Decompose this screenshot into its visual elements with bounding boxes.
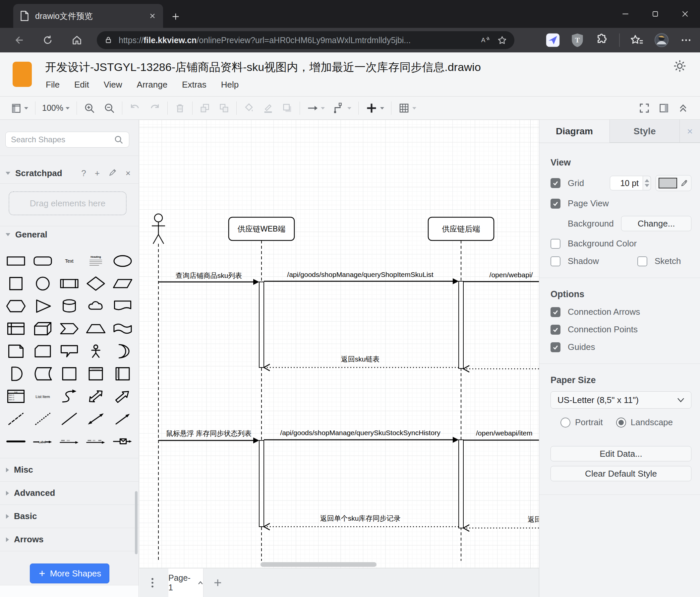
shape-curve[interactable] (56, 385, 82, 408)
shape-cylinder[interactable] (56, 295, 82, 317)
shape-mail-connector[interactable] (109, 430, 136, 453)
return-into-backend-2[interactable]: 返回 (464, 516, 539, 531)
shape-callout[interactable] (56, 340, 82, 362)
connection-arrows-checkbox[interactable] (551, 307, 560, 317)
return-sku-list[interactable]: 返回sku链表 (264, 355, 459, 371)
activation-backend-2[interactable] (459, 440, 464, 528)
shape-arrow[interactable] (109, 385, 136, 408)
scratchpad-close-icon[interactable]: × (126, 168, 131, 178)
actor-figure[interactable] (152, 214, 165, 244)
home-icon[interactable] (68, 31, 86, 49)
browser-menu-icon[interactable] (679, 33, 693, 47)
section-arrows[interactable]: Arrows (0, 528, 139, 551)
shape-cube[interactable] (29, 317, 56, 340)
shape-note[interactable] (3, 340, 29, 362)
favorite-star-icon[interactable] (497, 35, 507, 45)
shape-rounded-rectangle[interactable] (29, 250, 56, 272)
participant-web[interactable]: 供应链WEB端 (229, 217, 294, 240)
return-into-backend-1[interactable] (464, 365, 539, 372)
view-panels-button[interactable] (7, 99, 32, 117)
menu-arrange[interactable]: Arrange (137, 79, 168, 90)
grid-size-input[interactable] (610, 176, 643, 190)
paper-size-select[interactable]: US-Letter (8,5" x 11") (551, 391, 691, 409)
change-background-button[interactable]: Change... (621, 216, 691, 231)
to-front-icon[interactable] (195, 99, 215, 117)
back-icon[interactable] (9, 31, 28, 49)
shape-dotted-line[interactable] (29, 408, 56, 430)
window-maximize-button[interactable] (640, 0, 670, 28)
shape-actor[interactable] (82, 340, 109, 362)
shape-vertical-container[interactable] (82, 362, 109, 385)
shadow-icon[interactable] (278, 99, 297, 117)
shape-directional-connector[interactable] (109, 408, 136, 430)
section-misc[interactable]: Misc (0, 458, 139, 481)
extensions-puzzle-icon[interactable] (595, 33, 609, 47)
fullscreen-icon[interactable] (634, 99, 654, 117)
menu-help[interactable]: Help (221, 79, 239, 90)
pages-menu-icon[interactable] (145, 569, 160, 597)
drawing-canvas[interactable]: 供应链WEB端 供应链后端 查询店铺商品sku列表 /api/goods/sho (139, 120, 539, 568)
sidebar-scrollbar[interactable] (135, 491, 138, 554)
shape-diamond[interactable] (82, 272, 109, 295)
shape-dashed-line[interactable] (3, 408, 29, 430)
shape-text[interactable]: Text (56, 250, 82, 272)
clear-default-style-button[interactable]: Clear Default Style (551, 466, 691, 481)
sketch-checkbox[interactable] (638, 256, 647, 266)
to-back-icon[interactable] (215, 99, 234, 117)
shape-ellipse[interactable] (109, 250, 136, 272)
shape-internal-storage[interactable] (3, 317, 29, 340)
shape-square[interactable] (3, 272, 29, 295)
zoom-in-icon[interactable] (79, 99, 99, 117)
edit-data-button[interactable]: Edit Data... (551, 446, 691, 461)
scratchpad-edit-icon[interactable] (108, 168, 117, 178)
tab-style[interactable]: Style (609, 120, 679, 143)
shape-list-item[interactable]: List Item (29, 385, 56, 408)
shape-search[interactable] (5, 132, 129, 148)
message-query-sku-list[interactable]: 查询店铺商品sku列表 (158, 272, 259, 285)
redo-icon[interactable] (145, 99, 165, 117)
waypoints-button[interactable] (329, 99, 356, 117)
add-page-button[interactable] (209, 569, 226, 597)
collapse-toolbar-icon[interactable] (674, 99, 693, 117)
shape-and[interactable] (3, 362, 29, 385)
grid-color-button[interactable] (656, 175, 691, 191)
shape-document[interactable] (109, 295, 136, 317)
menu-file[interactable]: File (46, 79, 60, 90)
shape-cloud[interactable] (82, 295, 109, 317)
tab-diagram[interactable]: Diagram (539, 120, 609, 143)
connection-style-button[interactable] (303, 99, 329, 117)
scratchpad-add-icon[interactable]: + (95, 168, 100, 178)
zoom-out-icon[interactable] (99, 99, 119, 117)
new-tab-button[interactable] (168, 9, 183, 24)
tab-close-icon[interactable] (149, 12, 156, 20)
connection-points-checkbox[interactable] (551, 325, 560, 335)
collections-icon[interactable] (630, 33, 644, 47)
shape-line[interactable] (56, 408, 82, 430)
portrait-radio[interactable] (560, 417, 570, 428)
shape-container[interactable] (56, 362, 82, 385)
menu-edit[interactable]: Edit (74, 79, 89, 90)
shape-bidirectional-connector[interactable] (82, 408, 109, 430)
page-view-checkbox[interactable] (551, 199, 560, 209)
shape-label-arrow[interactable]: Label (29, 430, 56, 453)
message-open-webapi-item[interactable]: /open/webapi/item (464, 429, 539, 440)
guides-checkbox[interactable] (551, 342, 560, 352)
return-single-sku-record[interactable]: 返回单个sku库存同步记录 (264, 515, 459, 530)
window-close-button[interactable] (670, 0, 700, 28)
shape-bidirectional-arrow[interactable] (82, 385, 109, 408)
table-button[interactable] (394, 99, 421, 117)
tampermonkey-shield-icon[interactable]: T (570, 33, 585, 47)
shape-step[interactable] (56, 317, 82, 340)
shape-link[interactable] (56, 430, 82, 453)
shape-tape[interactable] (109, 317, 136, 340)
shape-parallelogram[interactable] (109, 272, 136, 295)
browser-tab[interactable]: drawio文件预览 (13, 4, 163, 28)
scratchpad-help-icon[interactable]: ? (81, 168, 86, 178)
landscape-radio[interactable] (616, 417, 626, 428)
activation-web-2[interactable] (259, 440, 264, 527)
fill-color-icon[interactable] (239, 99, 258, 117)
activation-backend-1[interactable] (459, 281, 464, 368)
scratchpad-section[interactable]: Scratchpad ? + × (0, 165, 139, 182)
activation-web-1[interactable] (259, 282, 264, 367)
message-hover-stock-sync[interactable]: 鼠标悬浮 库存同步状态列表 (158, 430, 259, 444)
